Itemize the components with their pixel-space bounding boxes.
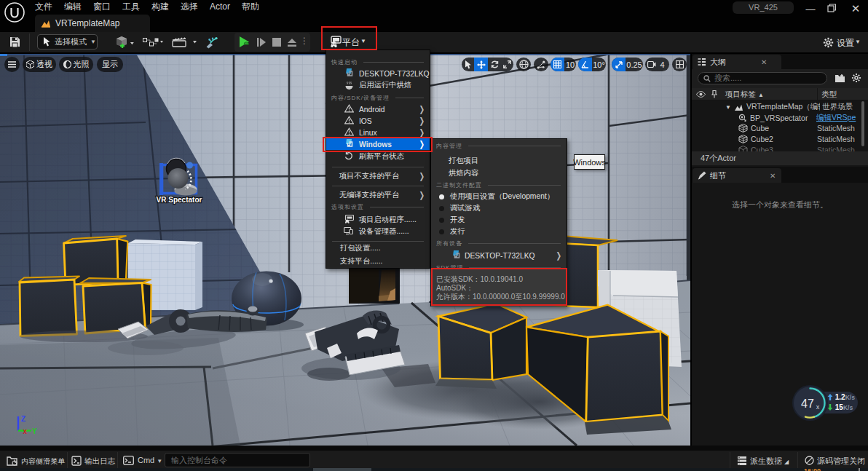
svg-text:x: x	[23, 427, 28, 435]
svg-text:47: 47	[801, 397, 814, 410]
svg-text:VR Spectator: VR Spectator	[157, 196, 202, 204]
svg-text:Y: Y	[32, 427, 37, 435]
svg-text:x: x	[816, 403, 820, 411]
svg-text:Z: Z	[21, 415, 25, 423]
